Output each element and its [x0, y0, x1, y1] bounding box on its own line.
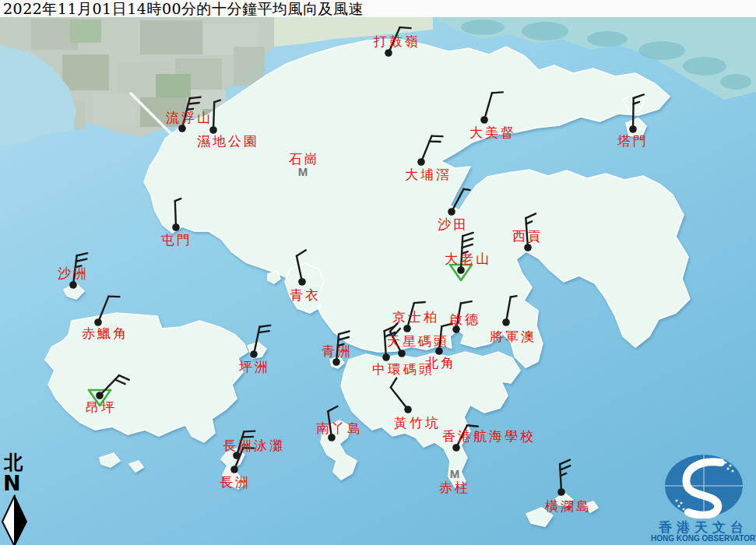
barb-feather: [400, 27, 411, 28]
station-dot: [404, 406, 412, 413]
station-dot: [435, 347, 443, 355]
station-dot: [629, 125, 637, 133]
hko-wind-map: 流浮山濕地公園打鼓嶺大美督塔門大埔滘沙田西貢屯門沙洲大老山青衣赤鱲角京士柏啟德將…: [0, 0, 756, 545]
station-dot: [480, 116, 488, 124]
barb-shaft: [213, 102, 214, 130]
station-dot: [178, 125, 186, 132]
barb-feather: [188, 103, 199, 104]
station-dot: [448, 208, 455, 216]
station-dot: [385, 49, 392, 57]
station-dot: [382, 353, 390, 361]
north-compass: 北 N: [2, 453, 30, 545]
compass-north-letter: N: [3, 473, 30, 494]
station-dot: [328, 434, 336, 441]
station-dot: [96, 392, 104, 399]
hko-logo: 香港天文台 HONG KONG OBSERVATORY: [651, 452, 756, 545]
station-dot: [172, 223, 180, 231]
station-dot: [298, 278, 306, 286]
station-dot: [557, 488, 565, 496]
station-dot: [524, 244, 532, 251]
station-dot: [230, 466, 238, 473]
barb-shaft: [633, 98, 634, 129]
hong-kong-base-map: [0, 0, 756, 545]
compass-needle-icon: [2, 494, 28, 545]
station-dot: [69, 281, 77, 289]
barb-feather: [190, 97, 201, 98]
hko-emblem-icon: [663, 453, 744, 519]
barb-feather: [187, 109, 193, 110]
station-dot: [332, 358, 340, 366]
barb-feather: [414, 302, 425, 303]
barb-feather: [242, 437, 253, 438]
barb-shaft: [175, 201, 176, 227]
station-dot: [209, 126, 217, 134]
station-dot: [457, 266, 465, 274]
barb-feather: [492, 92, 503, 93]
station-dot: [502, 318, 510, 326]
compass-north-cjk: 北: [4, 453, 30, 472]
map-title: 2022年11月01日14時00分的十分鐘平均風向及風速: [0, 0, 756, 17]
station-dot: [417, 158, 425, 166]
station-dot: [452, 444, 460, 452]
barb-feather: [511, 296, 517, 297]
logo-english-name: HONG KONG OBSERVATORY: [651, 534, 756, 543]
station-dot: [403, 325, 411, 332]
barb-feather: [463, 189, 469, 190]
barb-feather: [467, 425, 478, 426]
station-dot: [250, 350, 258, 358]
station-dot: [94, 318, 102, 326]
station-dot: [398, 350, 406, 357]
barb-feather: [244, 431, 255, 432]
station-dot: [452, 325, 460, 333]
